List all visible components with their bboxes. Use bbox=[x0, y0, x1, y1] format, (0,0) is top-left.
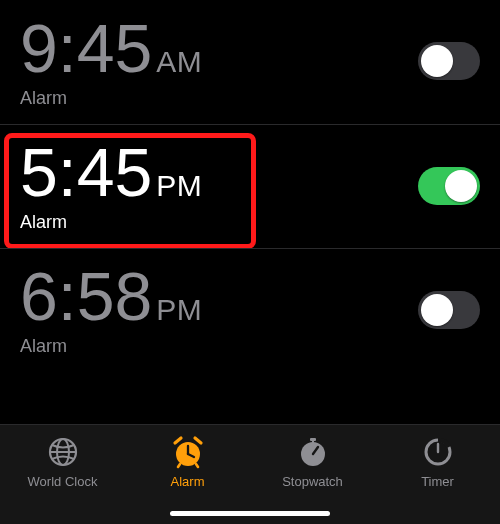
tab-label: Alarm bbox=[171, 474, 205, 489]
globe-icon bbox=[46, 435, 80, 469]
alarm-time-value: 6:58 bbox=[20, 262, 152, 330]
tab-world-clock[interactable]: World Clock bbox=[8, 435, 118, 489]
alarm-time-value: 9:45 bbox=[20, 14, 152, 82]
alarm-time-period: PM bbox=[156, 293, 202, 327]
tab-bar: World Clock Alarm bbox=[0, 424, 500, 524]
timer-icon bbox=[421, 435, 455, 469]
toggle-knob bbox=[421, 45, 453, 77]
tab-label: Stopwatch bbox=[282, 474, 343, 489]
alarm-row[interactable]: 5:45 PM Alarm bbox=[0, 124, 500, 248]
alarm-time: 6:58 PM bbox=[20, 262, 202, 330]
alarm-toggle[interactable] bbox=[418, 167, 480, 205]
toggle-knob bbox=[421, 294, 453, 326]
tab-alarm[interactable]: Alarm bbox=[133, 435, 243, 489]
alarm-row[interactable]: 6:58 PM Alarm bbox=[0, 248, 500, 372]
home-indicator[interactable] bbox=[170, 511, 330, 516]
tab-label: World Clock bbox=[28, 474, 98, 489]
alarm-time: 5:45 PM bbox=[20, 138, 202, 206]
alarm-info: 5:45 PM Alarm bbox=[20, 138, 202, 233]
alarm-label: Alarm bbox=[20, 88, 202, 109]
svg-rect-10 bbox=[310, 438, 316, 441]
alarm-toggle[interactable] bbox=[418, 291, 480, 329]
alarm-label: Alarm bbox=[20, 212, 202, 233]
toggle-knob bbox=[445, 170, 477, 202]
tab-label: Timer bbox=[421, 474, 454, 489]
alarm-info: 9:45 AM Alarm bbox=[20, 14, 202, 109]
svg-line-6 bbox=[178, 464, 180, 467]
alarm-time-period: PM bbox=[156, 169, 202, 203]
stopwatch-icon bbox=[296, 435, 330, 469]
alarm-row[interactable]: 9:45 AM Alarm bbox=[0, 0, 500, 124]
alarm-clock-icon bbox=[171, 435, 205, 469]
alarm-toggle[interactable] bbox=[418, 42, 480, 80]
alarm-info: 6:58 PM Alarm bbox=[20, 262, 202, 357]
tab-stopwatch[interactable]: Stopwatch bbox=[258, 435, 368, 489]
tab-timer[interactable]: Timer bbox=[383, 435, 493, 489]
clock-app-alarm-screen: 9:45 AM Alarm 5:45 PM Alarm bbox=[0, 0, 500, 524]
alarm-time-period: AM bbox=[156, 45, 202, 79]
alarm-time: 9:45 AM bbox=[20, 14, 202, 82]
svg-line-7 bbox=[196, 464, 198, 467]
alarm-label: Alarm bbox=[20, 336, 202, 357]
alarm-time-value: 5:45 bbox=[20, 138, 152, 206]
alarm-list: 9:45 AM Alarm 5:45 PM Alarm bbox=[0, 0, 500, 424]
